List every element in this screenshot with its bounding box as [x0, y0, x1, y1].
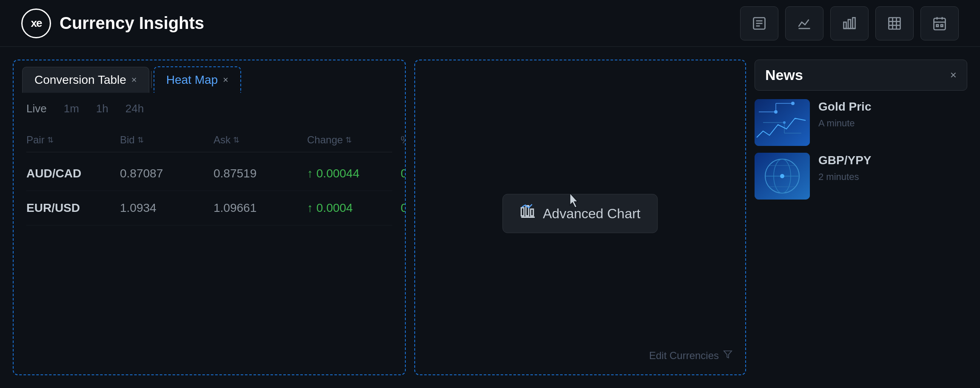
svg-rect-19 — [941, 25, 943, 27]
table-row[interactable]: AUD/CAD 0.87087 0.87519 ↑ 0.00044 0.051% — [26, 157, 392, 191]
sort-bid-icon: ⇅ — [137, 135, 144, 145]
cell-ask-2: 1.09661 — [214, 201, 307, 215]
table-row[interactable]: EUR/USD 1.0934 1.09661 ↑ 0.0004 0.102% — [26, 191, 392, 225]
cell-pct-1: 0.051% — [401, 167, 405, 180]
cell-ask-1: 0.87519 — [214, 167, 307, 180]
xe-logo: xe — [21, 9, 51, 38]
news-headline-gbp: GBP/YPY — [818, 153, 967, 168]
col-bid[interactable]: Bid ⇅ — [120, 134, 214, 146]
col-change[interactable]: Change ⇅ — [307, 134, 401, 146]
table-area: Live 1m 1h 24h Pair ⇅ Bid ⇅ Ask ⇅ — [14, 94, 405, 374]
header-barchart-button[interactable] — [830, 6, 869, 40]
left-panel: Conversion Table × Heat Map × Live 1m 1h… — [13, 60, 406, 375]
tab-heat-map-label: Heat Map — [166, 73, 218, 87]
news-content-gold: Gold Pric A minute — [818, 99, 967, 129]
news-item[interactable]: GBP/YPY 2 minutes — [755, 153, 967, 200]
edit-currencies[interactable]: Edit Currencies — [649, 350, 732, 362]
cell-pair-1: AUD/CAD — [26, 167, 120, 180]
svg-rect-20 — [521, 208, 524, 216]
news-header: News × — [755, 60, 967, 91]
svg-rect-9 — [889, 17, 900, 29]
news-close-button[interactable]: × — [950, 68, 957, 82]
svg-point-30 — [791, 102, 795, 105]
header-calendar-button[interactable] — [920, 6, 959, 40]
advanced-chart-icon — [520, 204, 536, 223]
sort-ask-icon: ⇅ — [233, 135, 239, 145]
news-thumbnail-gold — [755, 99, 810, 146]
table-grid-icon — [887, 16, 902, 31]
news-panel: News × — [755, 60, 967, 375]
news-items-list: Gold Pric A minute — [755, 99, 967, 200]
svg-rect-14 — [934, 18, 946, 30]
header-icon-bar — [740, 6, 959, 40]
calendar-icon — [932, 16, 947, 31]
svg-rect-18 — [937, 25, 939, 27]
svg-rect-6 — [848, 20, 851, 29]
cell-pair-2: EUR/USD — [26, 201, 120, 215]
news-item[interactable]: Gold Pric A minute — [755, 99, 967, 146]
sort-pair-icon: ⇅ — [47, 135, 54, 145]
tabs-bar: Conversion Table × Heat Map × — [14, 60, 405, 93]
news-title: News — [765, 67, 803, 83]
svg-rect-7 — [853, 17, 855, 29]
filter-1h[interactable]: 1h — [96, 102, 108, 115]
svg-point-41 — [780, 174, 784, 178]
cell-bid-1: 0.87087 — [120, 167, 214, 180]
advanced-chart-button[interactable]: Advanced Chart — [502, 194, 658, 233]
tab-heat-map-close[interactable]: × — [223, 75, 228, 85]
line-chart-icon — [797, 16, 812, 31]
header-linechart-button[interactable] — [785, 6, 823, 40]
filter-1m[interactable]: 1m — [64, 102, 79, 115]
cell-pct-2: 0.102% — [401, 201, 405, 215]
tab-conversion-table-label: Conversion Table — [34, 73, 126, 87]
circuit-globe-icon — [755, 153, 810, 200]
filter-icon — [723, 350, 732, 362]
svg-marker-24 — [724, 351, 732, 358]
cell-bid-2: 1.0934 — [120, 201, 214, 215]
svg-point-34 — [783, 121, 786, 124]
news-content-gbp: GBP/YPY 2 minutes — [818, 153, 967, 183]
app-header: xe Currency Insights — [0, 0, 980, 47]
circuit-pattern-icon — [755, 99, 810, 146]
header-table-button[interactable] — [875, 6, 914, 40]
sort-change-icon: ⇅ — [345, 135, 352, 145]
news-thumbnail-gbp — [755, 153, 810, 200]
edit-currencies-label: Edit Currencies — [649, 350, 719, 362]
col-ask[interactable]: Ask ⇅ — [214, 134, 307, 146]
col-pct-change[interactable]: % Change ⇅ — [401, 134, 405, 146]
main-content: Conversion Table × Heat Map × Live 1m 1h… — [0, 47, 980, 388]
svg-point-29 — [774, 110, 778, 114]
svg-rect-22 — [531, 209, 533, 216]
news-time-gold: A minute — [818, 118, 967, 129]
tab-conversion-table-close[interactable]: × — [131, 75, 137, 85]
advanced-chart-label: Advanced Chart — [543, 205, 640, 221]
tab-divider — [151, 71, 152, 88]
news-time-gbp: 2 minutes — [818, 171, 967, 183]
news-doc-icon — [752, 16, 767, 31]
svg-rect-5 — [844, 22, 846, 29]
cell-change-2: ↑ 0.0004 — [307, 201, 401, 215]
filter-24h[interactable]: 24h — [125, 102, 144, 115]
table-header: Pair ⇅ Bid ⇅ Ask ⇅ Change ⇅ % Change ⇅ — [26, 128, 392, 152]
news-headline-gold: Gold Pric — [818, 99, 967, 114]
header-news-button[interactable] — [740, 6, 778, 40]
app-title: Currency Insights — [60, 14, 204, 33]
tab-heat-map[interactable]: Heat Map × — [154, 66, 241, 93]
col-pair[interactable]: Pair ⇅ — [26, 134, 120, 146]
filter-live[interactable]: Live — [26, 102, 47, 115]
logo-area: xe Currency Insights — [21, 9, 204, 38]
middle-panel: Advanced Chart Edit Currencies — [414, 60, 746, 375]
cell-change-1: ↑ 0.00044 — [307, 167, 401, 180]
bar-chart-icon — [842, 16, 857, 31]
time-filters: Live 1m 1h 24h — [26, 102, 392, 115]
tab-conversion-table[interactable]: Conversion Table × — [22, 67, 149, 93]
